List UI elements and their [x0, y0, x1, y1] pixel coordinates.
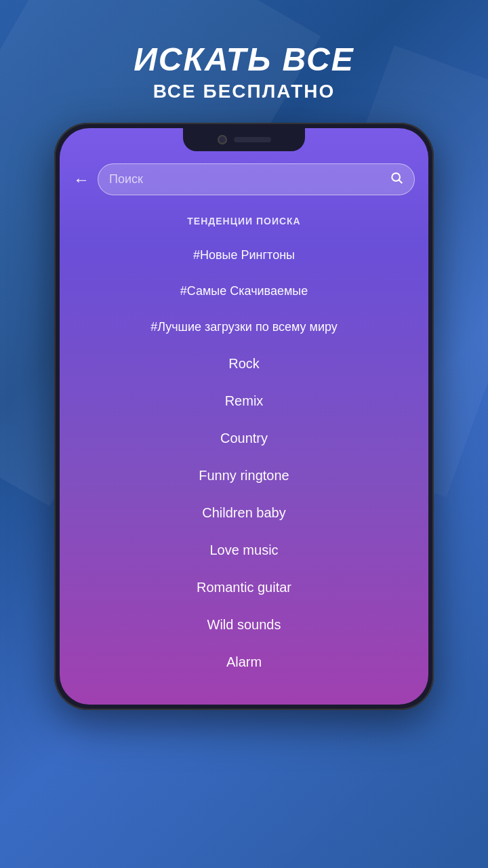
search-icon[interactable] — [390, 171, 403, 188]
phone-notch — [183, 128, 305, 151]
trend-item-text: #Новые Рингтоны — [193, 248, 295, 262]
trend-item[interactable]: Alarm — [60, 644, 428, 681]
header-section: ИСКАТЬ ВСЕ ВСЕ БЕСПЛАТНО — [0, 0, 488, 123]
screen-content: ← Поиск ТЕНДЕНЦИИ ПОИСКА #Новые — [60, 128, 428, 705]
trend-item-text: Country — [220, 431, 268, 446]
trend-item-text: #Лучшие загрузки по всему миру — [150, 320, 338, 334]
trend-item[interactable]: #Лучшие загрузки по всему миру — [60, 309, 428, 345]
search-bar-container: ← Поиск — [60, 155, 428, 209]
trend-item[interactable]: Country — [60, 420, 428, 457]
trend-item[interactable]: Children baby — [60, 494, 428, 532]
header-title: ИСКАТЬ ВСЕ — [0, 41, 488, 78]
trend-item-text: Remix — [225, 393, 264, 408]
trends-label: ТЕНДЕНЦИИ ПОИСКА — [60, 209, 428, 237]
search-input-wrapper[interactable]: Поиск — [98, 163, 415, 195]
phone-outer-frame: ← Поиск ТЕНДЕНЦИИ ПОИСКА #Новые — [54, 123, 434, 710]
trend-item-text: Romantic guitar — [197, 580, 291, 595]
search-placeholder: Поиск — [109, 172, 383, 186]
trend-item[interactable]: Love music — [60, 532, 428, 569]
trend-item-text: Alarm — [226, 654, 262, 669]
trend-item[interactable]: Romantic guitar — [60, 569, 428, 606]
svg-point-0 — [392, 173, 400, 181]
speaker-grille — [234, 137, 271, 142]
trend-item-text: Rock — [228, 356, 260, 371]
trend-item[interactable]: Rock — [60, 345, 428, 382]
trend-item[interactable]: Wild sounds — [60, 606, 428, 644]
trends-list: #Новые Рингтоны#Самые Скачиваемые#Лучшие… — [60, 237, 428, 681]
trend-item-text: Love music — [209, 542, 278, 557]
phone-mockup: ← Поиск ТЕНДЕНЦИИ ПОИСКА #Новые — [0, 123, 488, 710]
trend-item-text: #Самые Скачиваемые — [180, 284, 308, 298]
header-subtitle: ВСЕ БЕСПЛАТНО — [0, 81, 488, 102]
trend-item-text: Funny ringtone — [199, 468, 289, 483]
trend-item-text: Wild sounds — [207, 617, 281, 632]
svg-line-1 — [399, 180, 403, 184]
trend-item-text: Children baby — [202, 505, 285, 520]
camera-icon — [218, 135, 227, 144]
trend-item[interactable]: #Новые Рингтоны — [60, 237, 428, 273]
trend-item[interactable]: Remix — [60, 382, 428, 420]
trend-item[interactable]: #Самые Скачиваемые — [60, 273, 428, 309]
back-button[interactable]: ← — [73, 170, 89, 189]
trend-item[interactable]: Funny ringtone — [60, 457, 428, 494]
phone-screen: ← Поиск ТЕНДЕНЦИИ ПОИСКА #Новые — [60, 128, 428, 705]
